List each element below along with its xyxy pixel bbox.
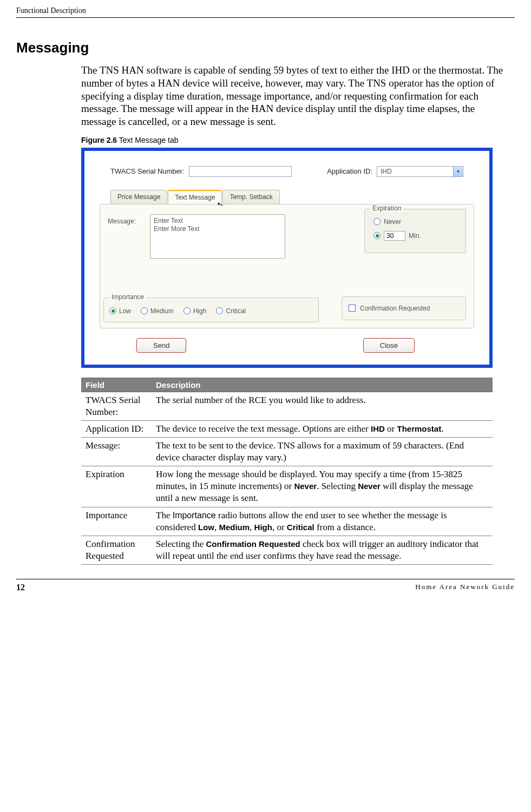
intro-paragraph: The TNS HAN software is capable of sendi… bbox=[81, 64, 509, 128]
th-description: Description bbox=[152, 378, 493, 392]
desc-text: Selecting the bbox=[156, 539, 206, 549]
close-button[interactable]: Close bbox=[363, 338, 415, 353]
figure-caption: Figure 2.6 Text Message tab bbox=[81, 136, 515, 144]
application-id-select[interactable]: IHD ▾ bbox=[377, 166, 463, 177]
tab-temp-setback[interactable]: Temp. Setback bbox=[222, 190, 279, 204]
desc-text: or bbox=[385, 424, 397, 434]
application-id-value: IHD bbox=[381, 168, 392, 175]
message-line2: Enter More Text bbox=[154, 225, 281, 234]
confirmation-checkbox[interactable] bbox=[349, 305, 356, 312]
expiration-minutes-label: Min. bbox=[409, 232, 421, 240]
page-footer: 12 Home Area Nework Guide bbox=[16, 579, 515, 592]
desc-text: The device to receive the text message. … bbox=[156, 424, 371, 434]
desc-bold: Critical bbox=[287, 523, 314, 532]
application-id-label: Application ID: bbox=[327, 167, 372, 175]
desc-text: . bbox=[441, 424, 443, 434]
table-row: TWACS Serial Number: The serial number o… bbox=[81, 392, 493, 420]
button-row: Send Close bbox=[94, 328, 480, 353]
expiration-minutes-radio[interactable] bbox=[373, 232, 381, 239]
field-name: Message: bbox=[81, 438, 152, 466]
tabstrip: Price Message Text Message ↖ Temp. Setba… bbox=[110, 190, 480, 204]
message-line1: Enter Text bbox=[154, 217, 281, 226]
desc-bold: IHD bbox=[371, 424, 385, 433]
confirmation-group: Confirmation Requested bbox=[342, 296, 466, 320]
section-heading: Messaging bbox=[16, 39, 515, 56]
desc-text: from a distance. bbox=[314, 522, 376, 532]
importance-critical-radio[interactable] bbox=[216, 307, 223, 314]
field-name: Application ID: bbox=[81, 420, 152, 437]
field-desc: The device to receive the text message. … bbox=[152, 420, 493, 437]
table-row: Message: The text to be sent to the devi… bbox=[81, 438, 493, 466]
serial-number-label: TWACS Serial Number: bbox=[110, 167, 185, 175]
page-number: 12 bbox=[16, 583, 25, 592]
importance-legend: Importance bbox=[109, 293, 146, 301]
desc-bold: High bbox=[254, 523, 272, 532]
importance-low-radio[interactable] bbox=[109, 307, 116, 314]
serial-number-input[interactable] bbox=[189, 166, 292, 177]
field-desc: The Importance radio buttons allow the e… bbox=[152, 507, 493, 536]
desc-bold: Never bbox=[294, 481, 317, 491]
desc-bold: Low bbox=[198, 523, 214, 532]
desc-text: . Selecting bbox=[317, 481, 358, 491]
table-row: Application ID: The device to receive th… bbox=[81, 420, 493, 437]
field-desc: The serial number of the RCE you would l… bbox=[152, 392, 493, 420]
tab-text-message[interactable]: Text Message ↖ bbox=[168, 190, 222, 204]
importance-critical-label: Critical bbox=[226, 307, 246, 315]
expiration-never-label: Never bbox=[384, 218, 401, 226]
table-row: Importance The Importance radio buttons … bbox=[81, 507, 493, 536]
desc-text: , bbox=[250, 522, 254, 532]
desc-bold: Never bbox=[358, 481, 381, 491]
table-row: Confirmation Requested Selecting the Con… bbox=[81, 536, 493, 564]
expiration-legend: Expiration bbox=[370, 204, 403, 212]
figure-title: Text Message tab bbox=[117, 136, 178, 144]
desc-text: The bbox=[156, 510, 173, 520]
desc-bold: Medium bbox=[219, 523, 250, 532]
importance-low-label: Low bbox=[119, 307, 131, 315]
tab-text-message-label: Text Message bbox=[175, 194, 215, 201]
desc-text: , or bbox=[272, 522, 287, 532]
field-description-table: Field Description TWACS Serial Number: T… bbox=[81, 378, 493, 565]
importance-medium-label: Medium bbox=[150, 307, 174, 315]
field-name: Expiration bbox=[81, 466, 152, 507]
tab-price-message[interactable]: Price Message bbox=[110, 190, 167, 204]
importance-high-label: High bbox=[193, 307, 207, 315]
message-textarea[interactable]: Enter Text Enter More Text bbox=[150, 214, 285, 259]
desc-ui-term: Importance bbox=[173, 511, 216, 520]
desc-bold: Confirmation Requested bbox=[206, 539, 300, 549]
desc-bold: Thermostat bbox=[397, 424, 441, 433]
expiration-minutes-input[interactable] bbox=[384, 231, 405, 241]
field-desc: Selecting the Confirmation Requested che… bbox=[152, 536, 493, 564]
importance-high-radio[interactable] bbox=[183, 307, 191, 314]
chevron-down-icon: ▾ bbox=[453, 167, 463, 176]
th-field: Field bbox=[81, 378, 152, 392]
importance-medium-radio[interactable] bbox=[141, 307, 148, 314]
tab-panel: Message: Enter Text Enter More Text Expi… bbox=[100, 204, 474, 328]
confirmation-label: Confirmation Requested bbox=[360, 305, 430, 312]
expiration-never-radio[interactable] bbox=[373, 218, 381, 225]
screenshot-top-row: TWACS Serial Number: Application ID: IHD… bbox=[94, 162, 480, 190]
field-name: Confirmation Requested bbox=[81, 536, 152, 564]
doc-title: Home Area Nework Guide bbox=[415, 583, 515, 592]
message-label: Message: bbox=[108, 214, 145, 225]
running-head: Functional Description bbox=[16, 6, 515, 18]
figure-number: Figure 2.6 bbox=[81, 136, 117, 144]
expiration-group: Expiration Never Min. bbox=[364, 209, 466, 253]
field-name: Importance bbox=[81, 507, 152, 536]
field-name: TWACS Serial Number: bbox=[81, 392, 152, 420]
table-row: Expiration How long the message should b… bbox=[81, 466, 493, 507]
screenshot-window: TWACS Serial Number: Application ID: IHD… bbox=[81, 148, 493, 368]
field-desc: The text to be sent to the device. TNS a… bbox=[152, 438, 493, 466]
importance-group: Importance Low Medium High Critical bbox=[103, 298, 319, 322]
field-desc: How long the message should be displayed… bbox=[152, 466, 493, 507]
send-button[interactable]: Send bbox=[136, 338, 186, 353]
